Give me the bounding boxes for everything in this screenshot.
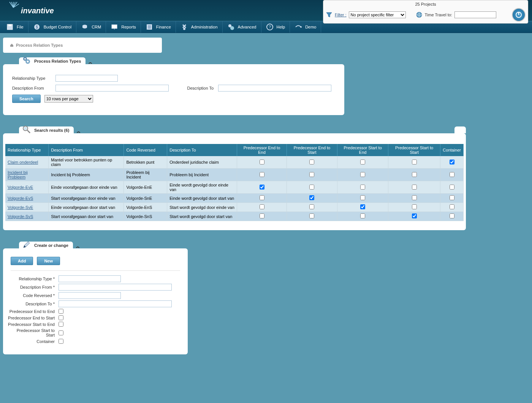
- menu-item-file[interactable]: File: [2, 21, 28, 33]
- menu-label: File: [17, 25, 24, 29]
- advanced-icon: [227, 23, 235, 31]
- checkbox[interactable]: [309, 204, 314, 209]
- checkbox[interactable]: [412, 185, 417, 190]
- edit-code-reversed-input[interactable]: [59, 292, 121, 299]
- column-header: Predecessor End to Start: [287, 144, 337, 156]
- cell: Start wordt gevolgd door einde van: [167, 203, 237, 212]
- menu-item-demo[interactable]: Demo: [290, 21, 321, 33]
- checkbox[interactable]: [260, 204, 264, 209]
- checkbox[interactable]: [360, 204, 365, 209]
- checkbox[interactable]: [260, 185, 264, 190]
- checkbox[interactable]: [450, 185, 454, 190]
- checkbox[interactable]: [412, 204, 417, 209]
- cell: Incident bij Probleem: [49, 169, 124, 181]
- checkbox[interactable]: [309, 160, 314, 164]
- demo-icon: [294, 23, 302, 31]
- edit-description-to-input[interactable]: [59, 300, 172, 307]
- checkbox[interactable]: [412, 160, 417, 164]
- cell: Einde wordt gevolgd door einde van: [167, 181, 237, 194]
- relationship-type-link[interactable]: Volgorde-SvS: [8, 214, 33, 219]
- checkbox[interactable]: [412, 172, 417, 177]
- collapse-icon[interactable]: ︽: [89, 60, 92, 65]
- checkbox[interactable]: [360, 213, 365, 218]
- checkbox[interactable]: [360, 172, 365, 177]
- search-button[interactable]: Search: [12, 95, 41, 103]
- edit-description-to-label: Description To *: [7, 302, 59, 306]
- menu-item-administration[interactable]: Administration: [176, 21, 223, 33]
- menu-item-reports[interactable]: Reports: [106, 21, 141, 33]
- menu-item-finance[interactable]: Finance: [141, 21, 176, 33]
- cell: Volgorde-SnE: [124, 194, 167, 203]
- checkbox[interactable]: [450, 160, 454, 164]
- logo-text: invantive: [21, 6, 54, 15]
- collapse-icon[interactable]: ︽: [76, 244, 80, 249]
- svg-line-30: [27, 130, 30, 133]
- table-row: Volgorde-SvSStart voorafgegaan door star…: [5, 212, 464, 221]
- menu-label: CRM: [92, 25, 101, 29]
- checkbox[interactable]: [360, 160, 365, 164]
- collapse-icon[interactable]: ︽: [77, 129, 81, 134]
- checkbox[interactable]: [450, 213, 454, 218]
- breadcrumb-text: Process Relation Types: [16, 43, 63, 47]
- checkbox[interactable]: [412, 213, 417, 218]
- checkbox[interactable]: [260, 195, 264, 200]
- checkbox[interactable]: [450, 204, 454, 209]
- checkbox[interactable]: [360, 185, 365, 190]
- edit-pee-checkbox[interactable]: [59, 309, 63, 314]
- admin-icon: [180, 23, 188, 31]
- menu-label: Budget Control: [44, 25, 71, 29]
- description-from-input[interactable]: [55, 85, 169, 92]
- edit-container-checkbox[interactable]: [59, 339, 63, 344]
- timetravel-input[interactable]: [454, 11, 496, 18]
- edit-description-from-input[interactable]: [59, 284, 172, 291]
- svg-point-19: [183, 28, 185, 30]
- results-title: Search results (6): [34, 128, 69, 133]
- relationship-type-link[interactable]: Incident bij Probleem: [8, 170, 28, 179]
- checkbox[interactable]: [412, 195, 417, 200]
- checkbox[interactable]: [360, 195, 365, 200]
- filter-link[interactable]: Filter :: [335, 13, 347, 17]
- edit-pss-checkbox[interactable]: [59, 330, 63, 335]
- edit-relationship-type-label: Relationship Type *: [7, 277, 59, 281]
- checkbox[interactable]: [450, 172, 454, 177]
- edit-pes-checkbox[interactable]: [59, 315, 63, 320]
- home-icon: [10, 43, 14, 47]
- checkbox[interactable]: [309, 172, 314, 177]
- column-header: Description To: [167, 144, 237, 156]
- relationship-type-link[interactable]: Volgorde-EvE: [8, 185, 33, 190]
- projects-count: 25 Projects: [325, 1, 526, 7]
- save-icon: [6, 23, 14, 31]
- edit-pee-label: Predecessor End to End: [7, 309, 59, 314]
- cell: Einde wordt gevolgd door start van: [167, 194, 237, 203]
- menu-label: Finance: [156, 25, 171, 29]
- checkbox[interactable]: [260, 172, 264, 177]
- checkbox[interactable]: [260, 213, 264, 218]
- edit-relationship-type-input[interactable]: [59, 275, 121, 282]
- globe-icon: [416, 11, 423, 18]
- checkbox[interactable]: [309, 213, 314, 218]
- new-button[interactable]: New: [37, 257, 60, 265]
- timetravel-label: Time Travel to:: [425, 13, 452, 17]
- relationship-type-link[interactable]: Claim onderdeel: [8, 160, 38, 164]
- menu-item-advanced[interactable]: Advanced: [223, 21, 261, 33]
- power-button[interactable]: [512, 8, 526, 22]
- edit-pse-checkbox[interactable]: [59, 322, 63, 327]
- filter-select[interactable]: No project specific filter: [349, 11, 406, 18]
- menu-item-help[interactable]: ?Help: [261, 21, 290, 33]
- description-to-input[interactable]: [218, 85, 331, 92]
- menu-item-budget-control[interactable]: $Budget Control: [28, 21, 76, 33]
- checkbox[interactable]: [450, 195, 454, 200]
- checkbox[interactable]: [309, 185, 314, 190]
- logo-burst-icon: [8, 2, 19, 13]
- checkbox[interactable]: [260, 160, 264, 164]
- add-button[interactable]: Add: [11, 257, 33, 265]
- relationship-type-link[interactable]: Volgorde-SvE: [8, 205, 33, 210]
- rows-per-page-select[interactable]: 10 rows per page: [44, 95, 93, 103]
- magnifier-icon: [22, 125, 31, 134]
- relationship-type-input[interactable]: [55, 75, 118, 82]
- checkbox[interactable]: [309, 195, 314, 200]
- table-row: Incident bij ProbleemIncident bij Proble…: [5, 169, 464, 181]
- menu-item-crm[interactable]: CRM: [76, 21, 106, 33]
- svg-point-21: [230, 26, 234, 30]
- relationship-type-link[interactable]: Volgorde-EvS: [8, 196, 33, 201]
